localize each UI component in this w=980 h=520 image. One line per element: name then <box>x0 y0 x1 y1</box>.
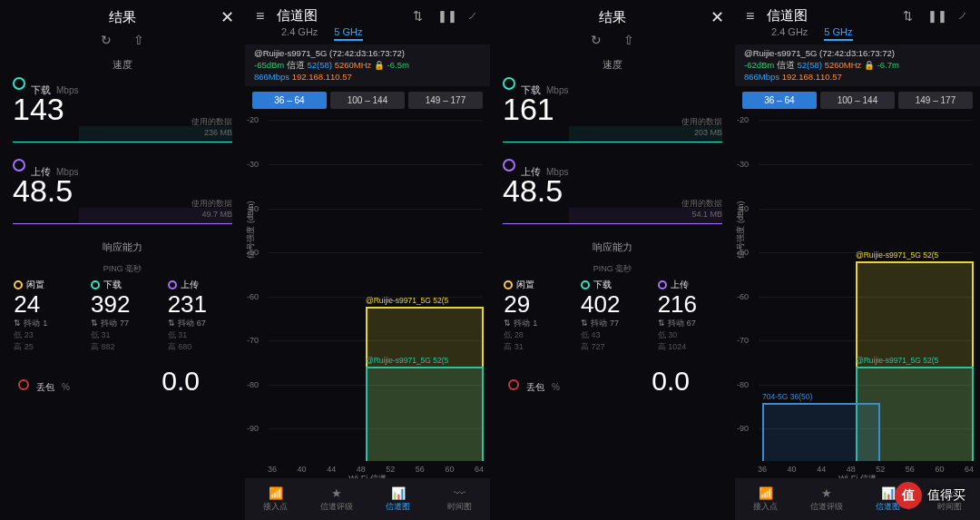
ping-upload: 上传 231 ⇅ 抖动 67 低 31 高 680 <box>168 279 231 353</box>
watermark: 值 值得买 <box>895 482 965 509</box>
idle-icon <box>504 280 513 289</box>
ping-label: PING 毫秒 <box>0 263 245 275</box>
download-icon <box>13 77 25 90</box>
channel-chart: 信号强度 (dBm) Wi-Fi 信道 -20-30-40-50-60-70-8… <box>252 116 483 461</box>
speedtest-panel-2: 结果 ✕ ↻ ⇧ 速度 下载 Mbps 161 使用的数据203 MB 上传 M… <box>490 0 735 520</box>
packet-loss: 丢包 % 0.0 <box>490 353 735 404</box>
upload-icon <box>168 280 177 289</box>
channel-title: 信道图 <box>277 7 397 25</box>
range-tab-100-144[interactable]: 100 – 144 <box>330 92 405 109</box>
channel-panel-2: ≡ 信道图 ⇅ ❚❚ ⟋ 2.4 GHz 5 GHz @Ruijie-s9971… <box>735 0 980 520</box>
filter-icon[interactable]: ⇅ <box>900 9 915 23</box>
loss-icon <box>508 379 519 390</box>
channel-title: 信道图 <box>767 7 887 25</box>
band-2-4[interactable]: 2.4 GHz <box>281 26 318 41</box>
nav-time-graph[interactable]: 〰时间图 <box>429 478 491 520</box>
upload-icon <box>503 159 515 172</box>
share-icon[interactable]: ⇧ <box>133 33 144 47</box>
ping-idle: 闲置 29 ⇅ 抖动 1 低 28 高 31 <box>504 279 567 353</box>
signal-icon[interactable]: ⟋ <box>955 9 969 23</box>
menu-icon[interactable]: ≡ <box>746 8 754 25</box>
ping-label: PING 毫秒 <box>490 263 735 275</box>
menu-icon[interactable]: ≡ <box>256 8 264 25</box>
close-icon[interactable]: ✕ <box>706 7 724 27</box>
wifi-icon: 📶 <box>269 486 283 500</box>
lock-icon: 🔒 <box>864 60 875 70</box>
upload-metric: 上传 Mbps 48.5 使用的数据54.1 MB <box>490 162 735 224</box>
watermark-icon: 值 <box>895 482 922 509</box>
chart-icon: 📊 <box>881 486 896 500</box>
nav-access-points[interactable]: 📶接入点 <box>245 478 307 520</box>
speed-label: 速度 <box>0 58 245 72</box>
range-tab-36-64[interactable]: 36 – 64 <box>742 92 817 109</box>
ping-upload: 上传 216 ⇅ 抖动 67 低 30 高 1024 <box>658 279 721 353</box>
results-title: 结果 <box>519 9 706 26</box>
speedtest-panel-1: 结果 ✕ ↻ ⇧ 速度 下载 Mbps 143 使用的数据236 MB 上传 M… <box>0 0 245 520</box>
nav-access-points[interactable]: 📶接入点 <box>735 478 797 520</box>
results-title: 结果 <box>29 9 216 26</box>
refresh-icon[interactable]: ↻ <box>591 33 602 47</box>
network-info: @Ruijie-s9971_5G (72:42:d3:16:73:72) -65… <box>245 44 490 86</box>
star-icon: ★ <box>821 486 832 500</box>
ping-download: 下载 392 ⇅ 抖动 77 低 31 高 882 <box>91 279 154 353</box>
time-icon: 〰 <box>454 486 466 500</box>
lock-icon: 🔒 <box>374 60 385 70</box>
filter-icon[interactable]: ⇅ <box>410 9 425 23</box>
download-icon <box>91 280 100 289</box>
band-5[interactable]: 5 GHz <box>824 26 852 41</box>
refresh-icon[interactable]: ↻ <box>101 33 112 47</box>
responsiveness-label: 响应能力 <box>0 240 245 254</box>
upload-metric: 上传 Mbps 48.5 使用的数据49.7 MB <box>0 162 245 224</box>
band-5[interactable]: 5 GHz <box>334 26 362 41</box>
network-info: @Ruijie-s9971_5G (72:42:d3:16:73:72) -62… <box>735 44 980 86</box>
ping-download: 下载 402 ⇅ 抖动 77 低 43 高 727 <box>581 279 644 353</box>
channel-panel-1: ≡ 信道图 ⇅ ❚❚ ⟋ 2.4 GHz 5 GHz @Ruijie-s9971… <box>245 0 490 520</box>
packet-loss: 丢包 % 0.0 <box>0 353 245 404</box>
nav-channel-rating[interactable]: ★信道评级 <box>797 478 858 520</box>
idle-icon <box>14 280 23 289</box>
wifi-icon: 📶 <box>759 486 773 500</box>
pause-icon[interactable]: ❚❚ <box>927 9 942 23</box>
pause-icon[interactable]: ❚❚ <box>437 9 452 23</box>
range-tab-149-177[interactable]: 149 – 177 <box>898 92 973 109</box>
range-tab-36-64[interactable]: 36 – 64 <box>252 92 327 109</box>
range-tab-100-144[interactable]: 100 – 144 <box>820 92 895 109</box>
signal-icon[interactable]: ⟋ <box>465 9 479 23</box>
ping-idle: 闲置 24 ⇅ 抖动 1 低 23 高 25 <box>14 279 77 353</box>
download-icon <box>503 77 515 90</box>
responsiveness-label: 响应能力 <box>490 240 735 254</box>
upload-icon <box>658 280 667 289</box>
upload-icon <box>13 159 25 172</box>
loss-icon <box>18 379 29 390</box>
band-2-4[interactable]: 2.4 GHz <box>771 26 808 41</box>
speed-label: 速度 <box>490 58 735 72</box>
watermark-text: 值得买 <box>927 487 965 504</box>
channel-chart: 信号强度 (dBm) Wi-Fi 信道 -20-30-40-50-60-70-8… <box>742 116 973 461</box>
download-metric: 下载 Mbps 143 使用的数据236 MB <box>0 81 245 142</box>
star-icon: ★ <box>331 486 342 500</box>
range-tab-149-177[interactable]: 149 – 177 <box>408 92 483 109</box>
chart-icon: 📊 <box>391 486 406 500</box>
share-icon[interactable]: ⇧ <box>623 33 634 47</box>
nav-channel-rating[interactable]: ★信道评级 <box>307 478 368 520</box>
nav-channel-graph[interactable]: 📊信道图 <box>368 478 429 520</box>
download-icon <box>581 280 590 289</box>
close-icon[interactable]: ✕ <box>216 7 234 27</box>
download-metric: 下载 Mbps 161 使用的数据203 MB <box>490 81 735 142</box>
